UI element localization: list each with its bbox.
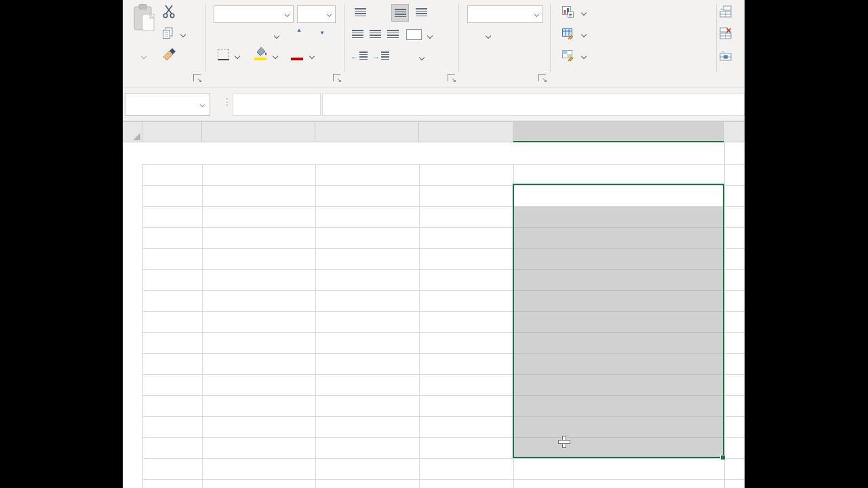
select-all-button[interactable] — [123, 122, 142, 142]
group-separator — [205, 4, 206, 72]
column-header-a[interactable] — [142, 122, 202, 142]
fill-color-icon[interactable] — [254, 46, 268, 57]
align-left-icon[interactable] — [352, 30, 363, 39]
column-header-b[interactable] — [202, 122, 315, 142]
selection-gridline — [514, 395, 724, 396]
conditional-formatting-button[interactable]: ≠ — [562, 6, 586, 20]
column-header-e[interactable] — [513, 122, 724, 142]
format-as-table-icon — [562, 28, 574, 41]
font-dialog-launcher-icon[interactable]: ↘ — [333, 74, 340, 81]
column-header-d[interactable] — [419, 122, 513, 142]
svg-text:✕: ✕ — [726, 27, 732, 35]
merge-center-icon[interactable] — [406, 29, 422, 40]
conditional-formatting-icon: ≠ — [562, 6, 574, 20]
font-color-dropdown-icon[interactable] — [309, 54, 315, 59]
selection-gridline — [514, 353, 724, 354]
align-center-icon[interactable] — [370, 30, 381, 39]
selection-gridline — [514, 248, 724, 249]
chevron-down-icon[interactable] — [327, 12, 332, 16]
name-box[interactable] — [125, 93, 210, 116]
gridline — [142, 479, 745, 480]
column-header-c[interactable] — [315, 122, 419, 142]
gridline — [315, 164, 316, 488]
fill-color-bar — [254, 58, 267, 60]
cut-icon[interactable] — [162, 4, 176, 19]
selection-gridline — [514, 416, 724, 417]
number-dialog-launcher-icon[interactable]: ↘ — [538, 74, 546, 81]
excel-window: ↘ ▲ ▼ — [123, 0, 745, 488]
delete-cells-icon[interactable]: ✕ — [719, 27, 732, 39]
selection-gridline — [514, 290, 724, 291]
gridline — [419, 164, 420, 488]
formula-bar-handle[interactable]: ⋮ — [222, 96, 232, 107]
clipboard-dialog-launcher-icon[interactable]: ↘ — [193, 74, 201, 81]
borders-icon[interactable] — [218, 49, 229, 60]
chevron-down-icon[interactable] — [534, 12, 539, 16]
format-as-table-button[interactable] — [562, 28, 586, 41]
increase-indent-icon[interactable]: → — [372, 52, 389, 60]
group-separator — [344, 4, 345, 72]
group-separator — [550, 4, 551, 72]
orientation-dropdown-icon[interactable] — [419, 55, 425, 60]
approach-label-cell[interactable] — [517, 164, 721, 185]
selection-gridline — [514, 332, 724, 333]
svg-text:↔: ↔ — [721, 49, 726, 54]
gridline — [724, 142, 725, 488]
svg-text:≠: ≠ — [569, 12, 572, 18]
selection-gridline — [514, 227, 724, 228]
font-size-combo[interactable] — [297, 5, 336, 23]
gridline — [142, 458, 745, 459]
formula-buttons — [233, 93, 321, 116]
chevron-down-icon[interactable] — [200, 102, 205, 106]
group-separator — [716, 4, 717, 72]
chevron-down-icon[interactable] — [285, 12, 290, 16]
format-cells-icon[interactable]: ↔ — [719, 49, 732, 61]
fill-color-dropdown-icon[interactable] — [273, 54, 278, 59]
active-cell-fill — [514, 186, 724, 206]
copy-icon[interactable] — [162, 27, 174, 39]
align-right-icon[interactable] — [387, 30, 399, 39]
paste-icon[interactable] — [132, 3, 157, 33]
borders-dropdown-icon[interactable] — [235, 54, 240, 59]
selection-gridline — [514, 437, 724, 438]
currency-dropdown-icon[interactable] — [486, 33, 491, 39]
selection-gridline — [514, 311, 724, 312]
font-name-combo[interactable] — [214, 5, 294, 23]
cell-styles-button[interactable] — [562, 49, 586, 63]
copy-dropdown-icon[interactable] — [180, 32, 186, 37]
grow-font-button[interactable]: ▲ — [296, 27, 302, 41]
chevron-down-icon — [581, 10, 587, 16]
merge-dropdown-icon[interactable] — [427, 33, 433, 39]
fill-handle[interactable] — [720, 455, 726, 460]
paste-dropdown-icon[interactable] — [141, 54, 146, 59]
spreadsheet-grid — [123, 122, 745, 488]
gridline — [202, 164, 203, 488]
alignment-dialog-launcher-icon[interactable]: ↘ — [448, 74, 455, 81]
chevron-down-icon — [581, 32, 587, 37]
decrease-indent-icon[interactable]: ← — [351, 52, 368, 60]
formula-input[interactable] — [322, 93, 745, 116]
selection-gridline — [514, 374, 724, 375]
selection-gridline — [514, 269, 724, 270]
shrink-font-button[interactable]: ▼ — [319, 30, 325, 41]
bandicam-watermark — [351, 1, 514, 19]
format-painter-icon[interactable] — [162, 47, 177, 62]
cell-cursor — [558, 436, 570, 448]
gridline — [142, 164, 143, 488]
underline-dropdown-icon[interactable] — [274, 33, 279, 39]
chevron-down-icon — [581, 54, 587, 59]
formula-bar: ⋮ — [123, 88, 745, 122]
column-header-f[interactable] — [724, 122, 745, 142]
cell-styles-icon — [562, 49, 574, 63]
insert-cells-icon[interactable]: ← — [719, 5, 732, 18]
font-color-bar — [291, 58, 303, 60]
